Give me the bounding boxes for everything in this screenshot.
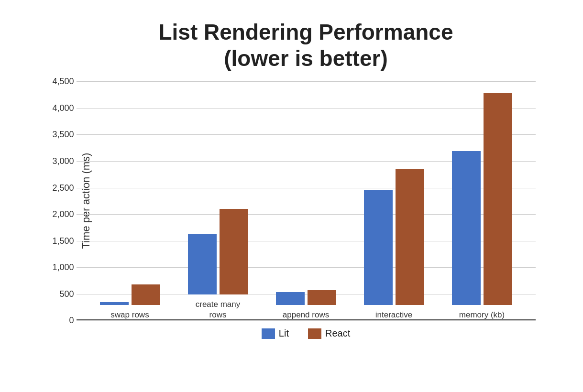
bar-react xyxy=(308,290,336,305)
y-tick-label: 1,500 xyxy=(45,236,74,246)
bar-group-label: swap rows xyxy=(110,310,149,320)
bar-lit xyxy=(100,302,129,305)
legend-item-react: React xyxy=(308,328,350,339)
x-axis-line xyxy=(77,319,536,320)
chart-container: List Rendering Performance (lower is bet… xyxy=(29,10,555,382)
y-tick-label: 500 xyxy=(45,289,74,299)
bar-pair xyxy=(100,284,160,305)
chart-area: Time per action (ms) 4,5004,0003,5003,00… xyxy=(77,81,536,320)
bar-group-label: memory (kb) xyxy=(459,310,505,320)
bar-lit xyxy=(276,292,305,305)
grid-and-bars: 4,5004,0003,5003,0002,5002,0001,5001,000… xyxy=(77,81,536,320)
legend-box-react xyxy=(308,328,321,339)
bar-lit xyxy=(188,234,217,295)
grid-line xyxy=(77,320,536,321)
bar-react xyxy=(220,209,248,294)
y-tick-label: 3,000 xyxy=(45,156,74,166)
bar-group-label: append rows xyxy=(283,310,329,320)
legend-box-lit xyxy=(262,328,275,339)
y-tick-label: 2,500 xyxy=(45,183,74,193)
bar-group-label: interactive xyxy=(375,310,412,320)
y-tick-label: 2,000 xyxy=(45,209,74,219)
bar-lit xyxy=(364,190,393,305)
bar-group: create many rows xyxy=(188,209,248,320)
bar-react xyxy=(132,284,160,305)
y-tick-label: 4,000 xyxy=(45,103,74,113)
y-tick-label: 0 xyxy=(45,316,74,326)
y-tick-label: 1,000 xyxy=(45,262,74,272)
bar-lit xyxy=(452,151,481,305)
bar-react xyxy=(396,169,424,305)
legend-lit-label: Lit xyxy=(279,328,289,339)
y-tick-label: 4,500 xyxy=(45,76,74,87)
bar-pair xyxy=(452,93,512,305)
legend-react-label: React xyxy=(325,328,350,339)
bar-group: swap rows xyxy=(100,284,160,320)
bar-pair xyxy=(188,209,248,294)
bar-pair xyxy=(276,290,336,305)
bar-group: memory (kb) xyxy=(452,93,512,321)
legend-item-lit: Lit xyxy=(262,328,289,339)
y-tick-label: 3,500 xyxy=(45,130,74,140)
bar-group: interactive xyxy=(364,169,424,321)
legend: Lit React xyxy=(77,328,536,339)
bar-group: append rows xyxy=(276,290,336,320)
chart-title: List Rendering Performance (lower is bet… xyxy=(77,19,536,72)
bars-container: swap rowscreate many rowsappend rowsinte… xyxy=(77,81,536,320)
bar-react xyxy=(484,93,512,305)
bar-pair xyxy=(364,169,424,305)
bar-group-label: create many rows xyxy=(196,299,241,320)
